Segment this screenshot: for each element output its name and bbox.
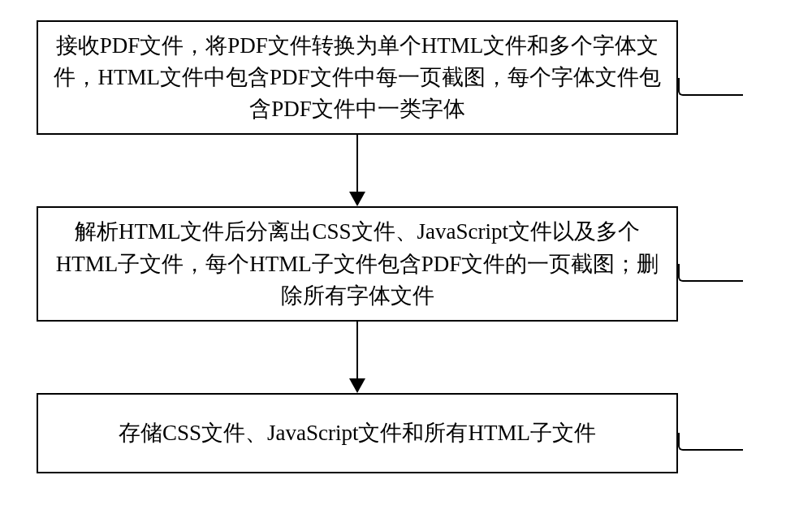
step-1-container: 接收PDF文件，将PDF文件转换为单个HTML文件和多个字体文件，HTML文件中…	[37, 20, 775, 135]
arrow-2	[37, 322, 678, 393]
step-text-s2: 解析HTML文件后分离出CSS文件、JavaScript文件以及多个HTML子文…	[56, 219, 659, 307]
arrow-head-2	[349, 378, 365, 393]
step-text-s1: 接收PDF文件，将PDF文件转换为单个HTML文件和多个字体文件，HTML文件中…	[54, 33, 660, 121]
step-box-s1: 接收PDF文件，将PDF文件转换为单个HTML文件和多个字体文件，HTML文件中…	[37, 20, 678, 135]
step-box-s2: 解析HTML文件后分离出CSS文件、JavaScript文件以及多个HTML子文…	[37, 206, 678, 321]
flowchart-container: 接收PDF文件，将PDF文件转换为单个HTML文件和多个字体文件，HTML文件中…	[37, 20, 775, 473]
arrow-line-2	[356, 322, 359, 378]
connector-s3	[678, 433, 743, 451]
connector-s1	[678, 78, 743, 96]
step-3-container: 存储CSS文件、JavaScript文件和所有HTML子文件 S3	[37, 393, 775, 473]
step-2-container: 解析HTML文件后分离出CSS文件、JavaScript文件以及多个HTML子文…	[37, 206, 775, 321]
step-box-s3: 存储CSS文件、JavaScript文件和所有HTML子文件	[37, 393, 678, 473]
step-text-s3: 存储CSS文件、JavaScript文件和所有HTML子文件	[119, 421, 596, 445]
arrow-head-1	[349, 192, 365, 206]
connector-s2	[678, 264, 743, 282]
arrow-line-1	[356, 135, 359, 192]
arrow-1	[37, 135, 678, 206]
